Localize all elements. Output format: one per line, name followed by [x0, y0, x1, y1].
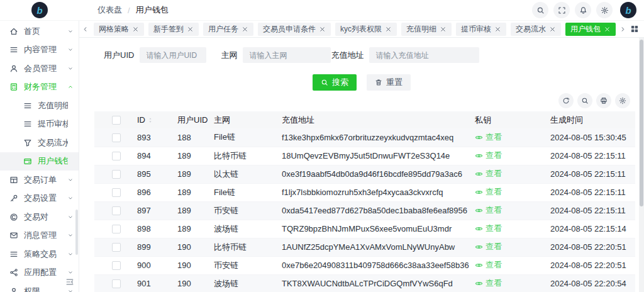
- column-header-private-key: 私钥: [470, 111, 545, 128]
- page-tab[interactable]: 交易员申请条件: [258, 23, 331, 36]
- sidebar-item[interactable]: 交易流水: [0, 133, 79, 152]
- sidebar-item[interactable]: 充值明细: [0, 96, 79, 115]
- content-scrollbar[interactable]: [639, 38, 644, 292]
- view-private-key-link[interactable]: 查看: [475, 241, 502, 252]
- chevron-down-icon: [67, 251, 74, 257]
- row-checkbox[interactable]: [112, 206, 121, 215]
- cell-mainnet: File链: [209, 183, 277, 201]
- page-tab[interactable]: 网格策略: [94, 23, 144, 36]
- view-private-key-link[interactable]: 查看: [475, 259, 502, 271]
- row-checkbox[interactable]: [112, 133, 121, 142]
- cell-created-at: 2024-08-05 22:20:54: [545, 274, 635, 292]
- tab-close-icon[interactable]: [549, 26, 556, 33]
- sidebar-item[interactable]: 消息管理: [0, 227, 79, 245]
- eye-icon: [475, 243, 483, 251]
- tabs-scroll-right-icon[interactable]: [619, 26, 626, 33]
- toolbar-icon-button[interactable]: [558, 93, 574, 108]
- header-icon-button[interactable]: [596, 2, 613, 18]
- tab-close-icon[interactable]: [440, 26, 447, 33]
- tabs-scroll-left-icon[interactable]: [82, 26, 89, 33]
- column-header-created-at: 生成时间: [545, 111, 635, 128]
- content-scrollbar-thumb[interactable]: [640, 40, 643, 206]
- sidebar-item[interactable]: 用户钱包: [0, 152, 79, 171]
- view-private-key-link[interactable]: 查看: [475, 223, 502, 234]
- sidebar-item[interactable]: 交易设置: [0, 189, 79, 208]
- header-icon-button[interactable]: [532, 2, 548, 18]
- view-private-key-link[interactable]: 查看: [475, 278, 502, 289]
- table-row: 898 189 波场链 TQRZ9bpzBhNJmMPuxS6xee5vomuE…: [94, 220, 635, 238]
- reset-button[interactable]: 重置: [367, 74, 411, 91]
- row-checkbox[interactable]: [112, 188, 121, 197]
- row-checkbox[interactable]: [112, 279, 121, 288]
- sidebar-item[interactable]: 财务管理: [0, 78, 79, 97]
- filter-field: 主网: [221, 47, 331, 63]
- tab-close-icon[interactable]: [242, 26, 248, 33]
- tab-close-icon[interactable]: [319, 26, 326, 33]
- view-private-key-link[interactable]: 查看: [475, 132, 502, 143]
- cell-uid: 190: [172, 256, 209, 274]
- view-private-key-link[interactable]: 查看: [475, 205, 502, 216]
- row-checkbox[interactable]: [112, 261, 121, 270]
- sidebar-item[interactable]: 会员管理: [0, 59, 79, 78]
- sidebar-scrollbar-thumb[interactable]: [75, 210, 78, 255]
- sidebar-item[interactable]: 交易订单: [0, 171, 79, 189]
- filter-field: 充值地址: [331, 47, 479, 63]
- header-icon-button[interactable]: [553, 2, 570, 18]
- page-tab[interactable]: 提币审核: [456, 23, 506, 36]
- sidebar-collapse-icon[interactable]: [65, 278, 74, 286]
- user-avatar[interactable]: b: [620, 2, 636, 18]
- header-actions: [532, 2, 620, 18]
- chevron-down-icon: [67, 47, 74, 53]
- toolbar-icon-button[interactable]: [596, 93, 611, 108]
- page-tab[interactable]: 交易流水: [511, 23, 561, 36]
- row-checkbox[interactable]: [112, 225, 121, 233]
- filter-input[interactable]: [243, 47, 331, 63]
- tab-close-icon[interactable]: [187, 26, 194, 33]
- sidebar-item-label: 首页: [24, 26, 62, 37]
- brand-logo: b: [31, 2, 48, 18]
- filter-input[interactable]: [140, 47, 206, 63]
- sidebar-item-label: 策略交易: [24, 249, 62, 260]
- page-tab[interactable]: 充值明细: [401, 23, 452, 36]
- chevron-down-icon: [67, 214, 74, 220]
- row-checkbox[interactable]: [112, 170, 121, 179]
- toolbar-icon-button[interactable]: [577, 93, 592, 108]
- sidebar-item[interactable]: 提币审核: [0, 115, 79, 134]
- sidebar-item-label: 提币审核: [38, 118, 68, 130]
- view-private-key-link[interactable]: 查看: [475, 186, 502, 198]
- row-checkbox[interactable]: [112, 152, 121, 160]
- sort-icon[interactable]: [147, 117, 153, 123]
- tab-close-icon[interactable]: [604, 26, 611, 33]
- eye-icon: [475, 133, 483, 142]
- page-tab[interactable]: 用户任务: [203, 23, 253, 36]
- page-tab[interactable]: 用户钱包: [565, 23, 616, 36]
- select-all-checkbox[interactable]: [112, 116, 121, 125]
- cell-address: 18UmQevzEVBmyJ5ut5tDnwuFWT2eS3Q14e: [277, 147, 470, 165]
- page-tab[interactable]: 新手签到: [148, 23, 199, 36]
- toolbar-icon-button[interactable]: [615, 93, 630, 108]
- tab-close-icon[interactable]: [132, 26, 139, 33]
- filter-input[interactable]: [369, 47, 479, 63]
- cell-id: 894: [132, 147, 172, 165]
- breadcrumb-item-dashboard[interactable]: 仪表盘: [97, 4, 122, 16]
- eye-icon: [475, 279, 483, 288]
- bell-icon: [579, 6, 587, 14]
- tab-close-icon[interactable]: [494, 26, 501, 33]
- cell-created-at: 2024-08-05 22:15:11: [545, 183, 635, 201]
- header-icon-button[interactable]: [575, 2, 591, 18]
- sidebar-item[interactable]: 交易对: [0, 208, 79, 227]
- search-button[interactable]: 搜索: [313, 74, 357, 91]
- search-icon: [536, 6, 545, 14]
- page-tab[interactable]: kyc列表权限: [335, 23, 397, 36]
- table-icon: [9, 176, 18, 184]
- view-private-key-link[interactable]: 查看: [475, 168, 502, 179]
- sidebar-item[interactable]: 首页: [0, 22, 79, 41]
- sidebar-item[interactable]: 策略交易: [0, 245, 79, 264]
- sidebar-item[interactable]: 内容管理: [0, 41, 79, 60]
- tabs-menu-icon[interactable]: [630, 25, 639, 33]
- sidebar-item-label: 权限: [24, 286, 62, 292]
- table-row: 900 190 币安链 0xe7b6e204908311b409758d666c…: [94, 256, 635, 274]
- tab-close-icon[interactable]: [385, 26, 392, 33]
- row-checkbox[interactable]: [112, 243, 121, 252]
- view-private-key-link[interactable]: 查看: [475, 150, 502, 161]
